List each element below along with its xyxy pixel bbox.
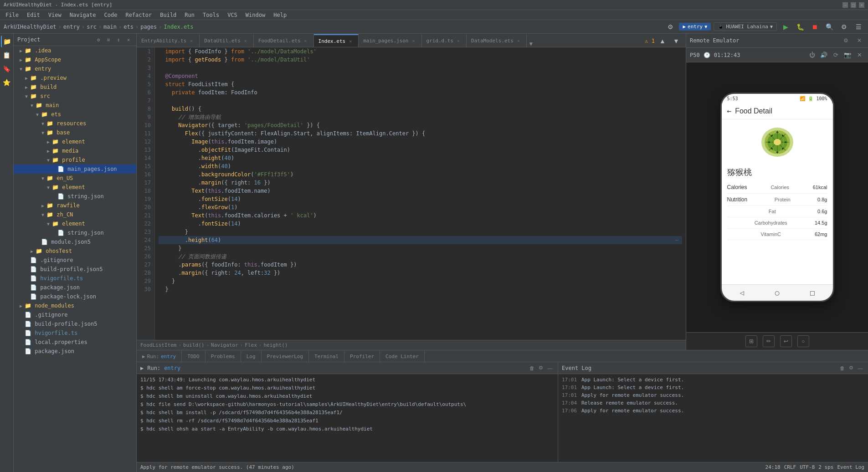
tree-item-ohostest[interactable]: ▶ 📁 ohosTest	[14, 246, 136, 256]
back-arrow-icon[interactable]: ←	[727, 107, 732, 115]
tree-item-build-profile2[interactable]: 📄 build-profile.json5	[14, 319, 136, 328]
tree-item-element3[interactable]: ▼ 📁 element	[14, 219, 136, 228]
tree-item-preview[interactable]: ▶ 📁 .preview	[14, 73, 136, 82]
device-close[interactable]: ✕	[854, 50, 864, 60]
event-log-minimize[interactable]: —	[856, 364, 864, 372]
activity-project[interactable]: 📁	[1, 36, 13, 47]
tree-item-gitignore2[interactable]: 📄 .gitignore	[14, 310, 136, 319]
menu-code[interactable]: Code	[101, 11, 121, 19]
tree-item-element1[interactable]: ▶ 📁 element	[14, 137, 136, 146]
activity-structure[interactable]: 📋	[1, 49, 13, 61]
status-encoding[interactable]: UTF-8	[800, 464, 815, 470]
run-config[interactable]: ▶ entry ▼	[679, 23, 711, 31]
run-entry[interactable]: entry	[164, 365, 180, 371]
tab-fooddetail[interactable]: FoodDetail.ets ✕	[254, 34, 314, 47]
status-spaces[interactable]: 2 sps	[818, 464, 833, 470]
tab-datamodels-close[interactable]: ✕	[515, 37, 522, 44]
menu-navigate[interactable]: Navigate	[66, 11, 100, 19]
breadcrumb-build[interactable]: build()	[183, 342, 204, 348]
bottom-tab-codelinter[interactable]: Code Linter	[380, 351, 425, 362]
window-controls[interactable]: — □ ✕	[842, 2, 864, 8]
bottom-tab-previewerlog[interactable]: PreviewerLog	[262, 351, 309, 362]
bottom-tab-log[interactable]: Log	[241, 351, 262, 362]
breadcrumb-height[interactable]: height()	[263, 342, 288, 348]
tab-entryability-close[interactable]: ✕	[188, 37, 195, 44]
menu-tools[interactable]: Tools	[199, 11, 223, 19]
event-log-clear[interactable]: 🗑	[838, 364, 846, 372]
stop-button[interactable]: ⏹	[809, 21, 821, 33]
tree-item-local-props[interactable]: 📄 local.properties	[14, 338, 136, 347]
close-button[interactable]: ✕	[859, 2, 864, 8]
tree-item-gitignore1[interactable]: 📄 .gitignore	[14, 256, 136, 265]
tree-item-node-modules[interactable]: ▶ 📁 node_modules	[14, 301, 136, 310]
tab-mainpages[interactable]: main_pages.json ✕	[359, 34, 421, 47]
activity-favorites[interactable]: ⭐	[1, 77, 13, 88]
tree-item-appscope[interactable]: ▶ 📁 AppScope	[14, 55, 136, 64]
tree-item-profile[interactable]: ▼ 📁 profile	[14, 155, 136, 164]
breadcrumb-file[interactable]: Index.ets	[164, 24, 194, 30]
tree-item-rawfile[interactable]: ▶ 📁 rawfile	[14, 201, 136, 210]
tab-fooddetail-close[interactable]: ✕	[303, 37, 309, 44]
status-event-log[interactable]: Event Log	[837, 464, 864, 470]
device-rotate[interactable]: ⟳	[831, 50, 841, 60]
tree-item-resources[interactable]: ▼ 📁 resources	[14, 119, 136, 128]
menu-view[interactable]: View	[45, 11, 65, 19]
emu-btn-circle[interactable]: ○	[797, 335, 809, 347]
tree-item-string2[interactable]: 📄 string.json	[14, 228, 136, 237]
tree-item-idea[interactable]: ▶ 📁 .idea	[14, 46, 136, 55]
settings-button[interactable]: ⚙	[838, 21, 850, 33]
menu-refactor[interactable]: Refactor	[122, 11, 155, 19]
bottom-tab-todo[interactable]: TODO	[182, 351, 205, 362]
sidebar-list[interactable]: ≡	[104, 36, 113, 44]
tree-item-en-us[interactable]: ▼ 📁 en_US	[14, 174, 136, 183]
minimize-button[interactable]: —	[842, 2, 848, 8]
activity-bookmarks[interactable]: 🔖	[1, 63, 13, 75]
phone-nav-recents[interactable]: □	[810, 288, 815, 297]
breadcrumb-main[interactable]: main	[103, 24, 117, 30]
tree-item-package[interactable]: 📄 package.json	[14, 283, 136, 292]
tree-item-media[interactable]: ▶ 📁 media	[14, 146, 136, 155]
run-clear[interactable]: 🗑	[528, 364, 536, 372]
sidebar-gear[interactable]: ⚙	[94, 36, 103, 44]
device-selector[interactable]: 📱 HUAWEI Lahaina ▼	[714, 22, 777, 31]
bottom-tab-profiler[interactable]: Profiler	[344, 351, 380, 362]
status-crlf[interactable]: CRLF	[784, 464, 796, 470]
sidebar-sort[interactable]: ↕	[114, 36, 123, 44]
sidebar-close[interactable]: ✕	[124, 36, 133, 44]
tab-grid[interactable]: grid.d.ts ✕	[422, 34, 467, 47]
run-settings[interactable]: ⚙	[537, 364, 545, 372]
maximize-button[interactable]: □	[851, 2, 856, 8]
sync-button[interactable]: ⚙	[664, 21, 676, 33]
breadcrumb-src[interactable]: src	[87, 24, 97, 30]
run-button[interactable]: ▶	[780, 21, 791, 33]
breadcrumb-ets[interactable]: ets	[123, 24, 134, 30]
device-volume-up[interactable]: 🔊	[819, 50, 829, 60]
phone-nav-home[interactable]: ○	[775, 288, 780, 297]
breadcrumb-foodlistitem[interactable]: FoodListItem	[140, 342, 176, 348]
tab-mainpages-close[interactable]: ✕	[411, 37, 417, 44]
debug-button[interactable]: 🐛	[794, 21, 806, 33]
tabs-overflow[interactable]: ▼	[527, 41, 535, 47]
tree-item-module-json[interactable]: 📄 module.json5	[14, 237, 136, 246]
more-button[interactable]: ☰	[853, 21, 864, 33]
search-button[interactable]: 🔍	[823, 21, 835, 33]
breadcrumb-entry[interactable]: entry	[63, 24, 80, 30]
device-power[interactable]: ⏻	[807, 50, 817, 60]
tree-item-zh-cn[interactable]: ▼ 📁 zh_CN	[14, 210, 136, 219]
breadcrumb-pages[interactable]: pages	[140, 24, 157, 30]
tree-item-entry[interactable]: ▼ 📁 entry	[14, 64, 136, 73]
device-screenshot[interactable]: 📷	[842, 50, 853, 60]
emulator-close[interactable]: ✕	[854, 36, 864, 46]
menu-vcs[interactable]: VCS	[224, 11, 241, 19]
menu-window[interactable]: Window	[242, 11, 269, 19]
tab-entryability[interactable]: EntryAbility.ts ✕	[137, 34, 200, 47]
breadcrumb-project[interactable]: ArkUIHealthyDiet	[4, 24, 56, 30]
event-log-settings[interactable]: ⚙	[847, 364, 855, 372]
breadcrumb-navigator[interactable]: Navigator	[211, 342, 238, 348]
tree-item-hvigor[interactable]: 📄 hvigorfile.ts	[14, 274, 136, 283]
tab-index-close[interactable]: ✕	[347, 38, 354, 44]
bottom-tab-terminal[interactable]: Terminal	[309, 351, 344, 362]
nav-up[interactable]: ▲	[657, 35, 668, 47]
tree-item-ets[interactable]: ▼ 📁 ets	[14, 110, 136, 119]
menu-run[interactable]: Run	[181, 11, 198, 19]
